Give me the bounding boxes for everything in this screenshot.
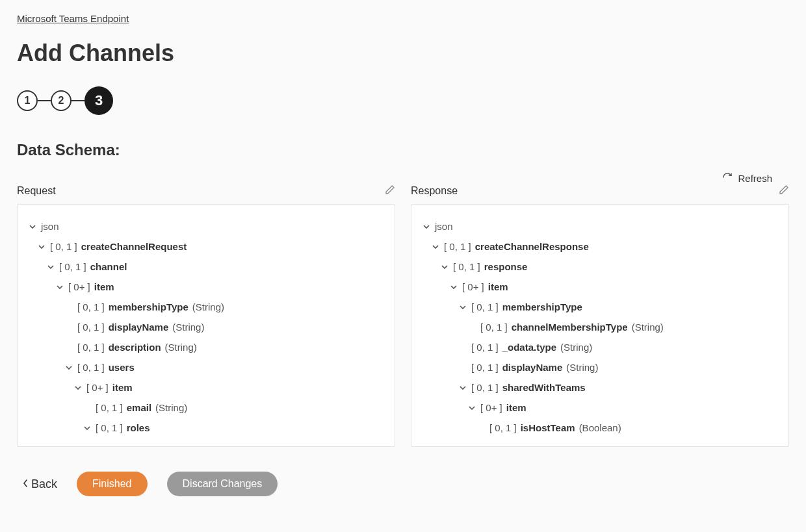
node-cardinality: [ 0, 1 ]: [471, 361, 499, 374]
node-name: item: [94, 280, 114, 294]
node-cardinality: [ 0, 1 ]: [444, 240, 471, 253]
node-cardinality: [ 0, 1 ]: [77, 340, 105, 354]
node-cardinality: [ 0, 1 ]: [453, 260, 480, 273]
node-type: (String): [155, 401, 187, 414]
refresh-button[interactable]: Refresh: [17, 172, 789, 184]
node-name: membershipType: [502, 300, 582, 314]
tree-leaf[interactable]: [ 0, 1 ] email (String): [83, 398, 384, 418]
chevron-down-icon[interactable]: [449, 284, 458, 290]
node-name: item: [112, 381, 133, 394]
chevron-down-icon[interactable]: [55, 284, 64, 290]
chevron-down-icon[interactable]: [431, 244, 440, 250]
node-name: channelMembershipType: [512, 320, 628, 334]
finished-button[interactable]: Finished: [77, 472, 147, 496]
tree-node[interactable]: [ 0, 1 ] sharedWithTeams: [458, 377, 778, 398]
tree-leaf[interactable]: [ 0, 1 ] channelMembershipType (String): [467, 317, 778, 337]
back-button[interactable]: Back: [22, 477, 57, 491]
tree-node[interactable]: [ 0, 1 ] channel: [46, 257, 384, 277]
node-name: isHostTeam: [521, 421, 575, 435]
node-name: displayName: [502, 361, 563, 374]
step-2[interactable]: 2: [51, 90, 72, 111]
edit-request-icon[interactable]: [385, 184, 395, 197]
tree-node[interactable]: [ 0, 1 ] response: [440, 257, 778, 277]
tree-leaf[interactable]: [ 0, 1 ] displayName (String): [458, 357, 778, 377]
step-3[interactable]: 3: [84, 86, 113, 115]
tree-leaf[interactable]: [ 0, 1 ] _odata.type (String): [458, 337, 778, 357]
node-cardinality: [ 0, 1 ]: [471, 381, 499, 394]
node-type: (String): [560, 340, 592, 354]
node-label: json: [41, 220, 59, 233]
node-name: email: [127, 401, 151, 414]
response-title: Response: [411, 185, 458, 197]
node-cardinality: [ 0, 1 ]: [471, 340, 499, 354]
node-name: createChannelResponse: [475, 240, 589, 253]
node-type: (String): [566, 361, 598, 374]
tree-node-json[interactable]: json: [422, 216, 778, 236]
node-type: (Boolean): [579, 421, 621, 435]
node-type: (String): [192, 300, 224, 314]
chevron-down-icon[interactable]: [458, 385, 467, 391]
node-cardinality: [ 0, 1 ]: [77, 361, 105, 374]
refresh-icon: [722, 172, 733, 184]
tree-node[interactable]: [ 0+ ] item: [467, 398, 778, 418]
node-cardinality: [ 0, 1 ]: [50, 240, 77, 253]
chevron-down-icon[interactable]: [28, 223, 37, 230]
chevron-down-icon[interactable]: [467, 405, 476, 411]
request-title: Request: [17, 185, 56, 197]
step-connector: [38, 100, 51, 101]
footer: Back Finished Discard Changes: [17, 472, 789, 496]
node-name: item: [488, 280, 508, 294]
node-cardinality: [ 0, 1 ]: [77, 300, 105, 314]
node-name: sharedWithTeams: [502, 381, 586, 394]
tree-node[interactable]: [ 0, 1 ] createChannelRequest: [37, 236, 384, 257]
chevron-down-icon[interactable]: [83, 425, 92, 431]
node-cardinality: [ 0, 1 ]: [489, 421, 517, 435]
chevron-down-icon[interactable]: [37, 244, 46, 250]
page-title: Add Channels: [17, 40, 789, 67]
step-1[interactable]: 1: [17, 90, 38, 111]
tree-leaf[interactable]: [ 0, 1 ] displayName (String): [64, 317, 384, 337]
tree-node[interactable]: [ 0+ ] item: [73, 377, 384, 398]
edit-response-icon[interactable]: [779, 184, 789, 197]
chevron-down-icon[interactable]: [458, 304, 467, 310]
tree-node[interactable]: [ 0, 1 ] users: [64, 357, 384, 377]
node-cardinality: [ 0, 1 ]: [96, 401, 123, 414]
chevron-down-icon[interactable]: [422, 223, 431, 230]
tree-leaf[interactable]: [ 0, 1 ] description (String): [64, 337, 384, 357]
request-schema-box: json [ 0, 1 ] createChannelRequest [ 0, …: [17, 204, 395, 447]
tree-node[interactable]: [ 0, 1 ] membershipType: [458, 297, 778, 317]
tree-node[interactable]: [ 0+ ] item: [55, 277, 384, 297]
chevron-down-icon[interactable]: [440, 264, 449, 270]
tree-leaf[interactable]: [ 0, 1 ] membershipType (String): [64, 297, 384, 317]
node-name: roles: [127, 421, 150, 435]
node-cardinality: [ 0, 1 ]: [96, 421, 123, 435]
breadcrumb[interactable]: Microsoft Teams Endpoint: [17, 13, 129, 24]
section-title: Data Schema:: [17, 141, 789, 159]
tree-node[interactable]: [ 0, 1 ] createChannelResponse: [431, 236, 778, 257]
tree-leaf[interactable]: [ 0, 1 ] isHostTeam (Boolean): [476, 418, 778, 438]
chevron-down-icon[interactable]: [64, 364, 73, 371]
node-name: displayName: [109, 320, 169, 334]
tree-node[interactable]: [ 0+ ] item: [449, 277, 778, 297]
back-label: Back: [31, 477, 57, 491]
node-type: (String): [165, 340, 197, 354]
node-cardinality: [ 0, 1 ]: [59, 260, 86, 273]
node-type: (String): [632, 320, 664, 334]
node-name: description: [109, 340, 161, 354]
chevron-down-icon[interactable]: [46, 264, 55, 270]
node-name: channel: [90, 260, 127, 273]
node-cardinality: [ 0, 1 ]: [471, 300, 499, 314]
chevron-down-icon[interactable]: [73, 385, 83, 391]
node-cardinality: [ 0+ ]: [462, 280, 484, 294]
node-cardinality: [ 0, 1 ]: [480, 320, 508, 334]
node-cardinality: [ 0+ ]: [68, 280, 90, 294]
node-cardinality: [ 0, 1 ]: [77, 320, 105, 334]
tree-node-json[interactable]: json: [28, 216, 384, 236]
node-label: json: [435, 220, 453, 233]
node-cardinality: [ 0+ ]: [86, 381, 109, 394]
discard-changes-button[interactable]: Discard Changes: [167, 472, 278, 496]
tree-node[interactable]: [ 0, 1 ] roles: [83, 418, 384, 438]
stepper: 1 2 3: [17, 86, 789, 115]
step-connector: [72, 100, 84, 101]
node-name: _odata.type: [502, 340, 556, 354]
